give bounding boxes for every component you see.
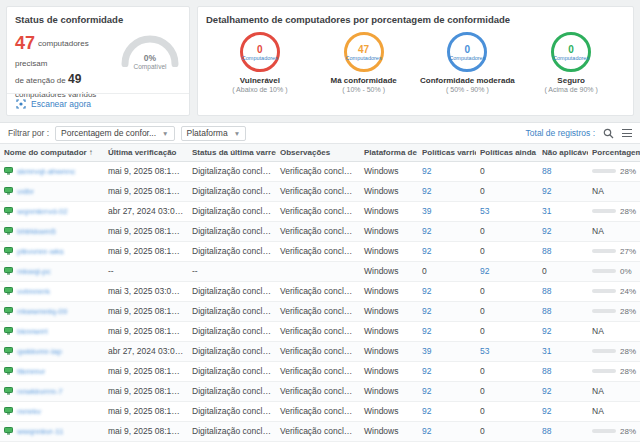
category-moderate-compliance[interactable]: 0Computadores Conformidade moderada ( 50…: [416, 32, 520, 93]
computer-name-link[interactable]: mkwql-pc: [17, 267, 51, 276]
policies-not-scanned-link[interactable]: 0: [476, 301, 538, 321]
policies-not-scanned-link[interactable]: 0: [476, 401, 538, 421]
not-applicable-link[interactable]: 92: [538, 221, 588, 241]
search-icon[interactable]: [603, 128, 614, 139]
policies-scanned-link[interactable]: 39: [418, 201, 476, 221]
policies-not-scanned-link[interactable]: 0: [476, 161, 538, 181]
policies-scanned-link[interactable]: 92: [418, 301, 476, 321]
table-row[interactable]: mmrkv mai 9, 2025 08:15 AM Digitalização…: [0, 401, 640, 421]
policies-scanned-link[interactable]: 92: [418, 381, 476, 401]
policies-not-scanned-link[interactable]: 0: [476, 281, 538, 301]
computer-name-link[interactable]: ptkvvnnr-wks: [17, 247, 64, 256]
computer-name-link[interactable]: wwqnnkvr-11: [17, 427, 64, 436]
table-row[interactable]: vxlbr mai 9, 2025 08:17 AM Digitalização…: [0, 181, 640, 201]
table-row[interactable]: bhtrkkwm5 mai 9, 2025 08:17 AM Digitaliz…: [0, 221, 640, 241]
policies-scanned-link[interactable]: 92: [418, 221, 476, 241]
column-header-percentage[interactable]: Porcentagem: [588, 144, 640, 161]
column-menu-icon[interactable]: [622, 129, 632, 137]
policies-not-scanned-link[interactable]: 0: [476, 381, 538, 401]
not-applicable-link[interactable]: 88: [538, 421, 588, 441]
compliance-percentage-filter-dropdown[interactable]: Porcentagem de confor... ▼: [55, 126, 174, 141]
policies-scanned-link[interactable]: 39: [418, 341, 476, 361]
not-applicable-link[interactable]: 0: [538, 261, 588, 281]
table-row[interactable]: vvtmmrrk mai 3, 2025 03:01 PM Digitaliza…: [0, 281, 640, 301]
policies-not-scanned-link[interactable]: 53: [476, 341, 538, 361]
category-secure[interactable]: 0Computadores Seguro ( Acima de 90% ): [519, 32, 623, 93]
scan-now-button[interactable]: Escanear agora: [7, 93, 189, 115]
policies-not-scanned-link[interactable]: 0: [476, 321, 538, 341]
computer-name-link[interactable]: mmrkv: [17, 407, 41, 416]
computer-name-link[interactable]: vxlbr: [17, 187, 34, 196]
column-header-remarks[interactable]: Observações: [276, 144, 360, 161]
not-applicable-link[interactable]: 31: [538, 201, 588, 221]
policies-scanned-link[interactable]: 92: [418, 421, 476, 441]
policies-not-scanned-link[interactable]: 0: [476, 181, 538, 201]
not-applicable-link[interactable]: 31: [538, 341, 588, 361]
column-header-policies-scanned[interactable]: Políticas varridas: [418, 144, 476, 161]
not-applicable-link[interactable]: 92: [538, 401, 588, 421]
scan-status-cell: Digitalização concluída: [188, 401, 276, 421]
remarks-cell: Verificação concluída co...: [276, 341, 360, 361]
computer-name-link[interactable]: nnwkkvrrm-7: [17, 387, 63, 396]
column-header-computer-name[interactable]: Nome do computador↑: [0, 144, 104, 161]
computer-name-link[interactable]: bhtrkkwm5: [17, 227, 56, 236]
computer-name-link[interactable]: wqnmkrrvd-02: [17, 207, 68, 216]
policies-not-scanned-link[interactable]: 92: [476, 261, 538, 281]
table-row[interactable]: rrkwwmntq-09 mai 9, 2025 08:15 AM Digita…: [0, 301, 640, 321]
policies-scanned-link[interactable]: 92: [418, 361, 476, 381]
not-applicable-link[interactable]: 88: [538, 361, 588, 381]
column-header-last-scan-status[interactable]: Status da última varredura: [188, 144, 276, 161]
column-header-last-verification[interactable]: Última verificação: [104, 144, 188, 161]
policies-scanned-link[interactable]: 92: [418, 321, 476, 341]
not-applicable-link[interactable]: 88: [538, 161, 588, 181]
policies-not-scanned-link[interactable]: 0: [476, 361, 538, 381]
category-vulnerable[interactable]: 0Computadores Vulnerável ( Abaixo de 10%…: [208, 32, 312, 93]
computer-name-link[interactable]: vvtmmrrk: [17, 287, 50, 296]
policies-not-scanned-link[interactable]: 0: [476, 241, 538, 261]
not-applicable-link[interactable]: 0: [538, 441, 588, 445]
policies-scanned-link[interactable]: 92: [418, 241, 476, 261]
table-row[interactable]: nnwkkvrrm-7 mai 9, 2025 08:17 AM Digital…: [0, 381, 640, 401]
table-row[interactable]: bknnwrrt mai 9, 2025 08:17 AM Digitaliza…: [0, 321, 640, 341]
policies-not-scanned-link[interactable]: 0: [476, 421, 538, 441]
computer-name-link[interactable]: bknnwrrt: [17, 327, 48, 336]
not-applicable-link[interactable]: 92: [538, 181, 588, 201]
not-applicable-link[interactable]: 92: [538, 381, 588, 401]
percentage-cell: 28%: [588, 341, 640, 361]
table-row[interactable]: skmrvqt-ahwnnc mai 9, 2025 08:17 AM Digi…: [0, 161, 640, 181]
computer-name-link[interactable]: skmrvqt-ahwnnc: [17, 167, 75, 176]
policies-not-scanned-link[interactable]: 53: [476, 201, 538, 221]
not-applicable-link[interactable]: 88: [538, 241, 588, 261]
table-row[interactable]: ttkmmvr mai 9, 2025 08:17 AM Digitalizaç…: [0, 361, 640, 381]
table-row[interactable]: wwqnnkvr-11 mai 9, 2025 08:16 AM Digital…: [0, 421, 640, 441]
platform-filter-dropdown[interactable]: Plataforma ▼: [181, 126, 247, 141]
policies-scanned-link[interactable]: 92: [418, 281, 476, 301]
table-row[interactable]: kkvmm-pc3 -- -- Windows 0 92 0 0%: [0, 441, 640, 445]
table-row[interactable]: wqnmkrrvd-02 abr 27, 2024 03:01 PM Digit…: [0, 201, 640, 221]
computer-name-link[interactable]: rrkwwmntq-09: [17, 307, 67, 316]
not-applicable-link[interactable]: 88: [538, 301, 588, 321]
scan-status-cell: --: [188, 261, 276, 281]
computer-icon: [4, 367, 13, 375]
os-platform-cell: Windows: [360, 241, 418, 261]
policies-scanned-link[interactable]: 92: [418, 401, 476, 421]
table-row[interactable]: ptkvvnnr-wks mai 9, 2025 08:16 AM Digita…: [0, 241, 640, 261]
policies-not-scanned-link[interactable]: 0: [476, 221, 538, 241]
policies-scanned-link[interactable]: 92: [418, 161, 476, 181]
compliance-status-card: Status de conformidade 47computadores pr…: [6, 6, 190, 116]
table-row[interactable]: mkwql-pc -- -- Windows 0 92 0 0%: [0, 261, 640, 281]
computer-name-link[interactable]: ttkmmvr: [17, 367, 45, 376]
policies-scanned-link[interactable]: 0: [418, 261, 476, 281]
table-row[interactable]: qwkkvmr-lap abr 27, 2024 03:01 PM Digita…: [0, 341, 640, 361]
not-applicable-link[interactable]: 88: [538, 281, 588, 301]
category-bad-compliance[interactable]: 47Computadores Má conformidade ( 10% - 5…: [312, 32, 416, 93]
computer-name-link[interactable]: qwkkvmr-lap: [17, 347, 62, 356]
policies-scanned-link[interactable]: 0: [418, 441, 476, 445]
column-header-policies-not-scanned[interactable]: Políticas ainda não varridas: [476, 144, 538, 161]
policies-not-scanned-link[interactable]: 92: [476, 441, 538, 445]
column-header-not-applicable[interactable]: Não aplicável: [538, 144, 588, 161]
os-platform-cell: Windows: [360, 381, 418, 401]
column-header-os-platform[interactable]: Plataforma de OS: [360, 144, 418, 161]
not-applicable-link[interactable]: 92: [538, 321, 588, 341]
policies-scanned-link[interactable]: 92: [418, 181, 476, 201]
